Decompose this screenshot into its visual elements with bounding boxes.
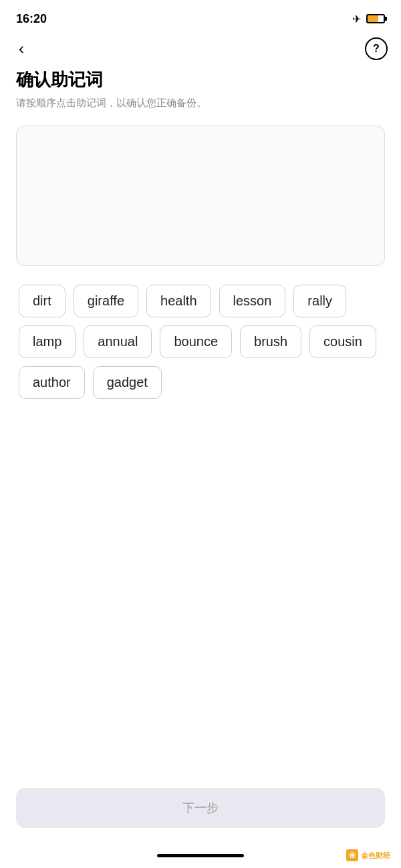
word-chip-cousin[interactable]: cousin bbox=[309, 325, 376, 358]
battery-fill bbox=[368, 15, 378, 22]
page-subtitle: 请按顺序点击助记词，以确认您正确备份。 bbox=[16, 97, 385, 110]
nav-bar: ‹ ? bbox=[0, 35, 401, 68]
battery-icon bbox=[366, 14, 385, 23]
watermark-text: 金色财经 bbox=[361, 851, 390, 861]
word-chip-lamp[interactable]: lamp bbox=[19, 325, 76, 358]
back-button[interactable]: ‹ bbox=[13, 38, 29, 59]
word-chip-lesson[interactable]: lesson bbox=[219, 285, 286, 317]
main-content: 确认助记词 请按顺序点击助记词，以确认您正确备份。 dirtgiraffehea… bbox=[0, 68, 401, 399]
status-time: 16:20 bbox=[16, 12, 47, 26]
airplane-icon: ✈ bbox=[352, 13, 361, 25]
word-chip-bounce[interactable]: bounce bbox=[160, 325, 232, 358]
home-indicator bbox=[157, 854, 244, 857]
help-button[interactable]: ? bbox=[365, 37, 388, 60]
words-grid: dirtgiraffehealthlessonrallylampannualbo… bbox=[16, 285, 385, 399]
word-chip-author[interactable]: author bbox=[19, 366, 85, 399]
word-chip-giraffe[interactable]: giraffe bbox=[74, 285, 138, 317]
page-title: 确认助记词 bbox=[16, 68, 385, 92]
status-bar: 16:20 ✈ bbox=[0, 0, 401, 35]
watermark: 金 金色财经 bbox=[346, 849, 390, 861]
mnemonic-display-area bbox=[16, 126, 385, 266]
word-chip-gadget[interactable]: gadget bbox=[93, 366, 162, 399]
word-chip-annual[interactable]: annual bbox=[84, 325, 152, 358]
word-chip-health[interactable]: health bbox=[146, 285, 211, 317]
next-button[interactable]: 下一步 bbox=[16, 788, 385, 828]
word-chip-rally[interactable]: rally bbox=[293, 285, 346, 317]
word-chip-dirt[interactable]: dirt bbox=[19, 285, 65, 317]
next-button-container: 下一步 bbox=[16, 788, 385, 828]
watermark-icon: 金 bbox=[346, 849, 358, 861]
word-chip-brush[interactable]: brush bbox=[240, 325, 301, 358]
status-icons: ✈ bbox=[352, 13, 385, 25]
